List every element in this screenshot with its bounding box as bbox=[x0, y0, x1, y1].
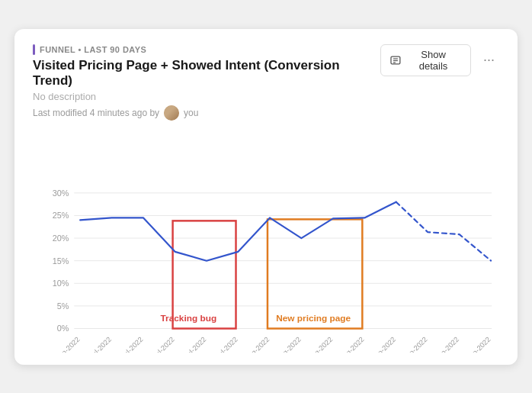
svg-text:14-Aug-2022: 14-Aug-2022 bbox=[268, 335, 302, 352]
svg-text:New pricing page: New pricing page bbox=[276, 312, 351, 323]
svg-text:10-Jul-2022: 10-Jul-2022 bbox=[112, 335, 144, 352]
chart-area: 30% 25% 20% 15% 10% 5% 0% 26-Jun-2022 3-… bbox=[33, 131, 499, 353]
details-icon bbox=[390, 55, 401, 66]
svg-text:24-Jul-2022: 24-Jul-2022 bbox=[175, 335, 207, 352]
header-actions: Show details ··· bbox=[380, 44, 499, 76]
svg-text:Tracking bug: Tracking bug bbox=[161, 312, 217, 323]
svg-text:4-Sep-2022: 4-Sep-2022 bbox=[366, 335, 398, 352]
card-title: Visited Pricing Page + Showed Intent (Co… bbox=[33, 58, 380, 89]
svg-text:10%: 10% bbox=[53, 279, 69, 288]
svg-text:15%: 15% bbox=[53, 256, 69, 265]
funnel-accent-bar bbox=[33, 44, 35, 55]
svg-text:25-Sep-2022: 25-Sep-2022 bbox=[457, 335, 492, 352]
svg-text:3-Jul-2022: 3-Jul-2022 bbox=[84, 335, 113, 352]
more-options-button[interactable]: ··· bbox=[479, 50, 499, 69]
svg-text:11-Sep-2022: 11-Sep-2022 bbox=[394, 335, 428, 352]
show-details-button[interactable]: Show details bbox=[380, 44, 471, 76]
card-description: No description bbox=[33, 91, 380, 102]
header-left: FUNNEL • LAST 90 DAYS Visited Pricing Pa… bbox=[33, 44, 380, 121]
svg-text:0%: 0% bbox=[57, 324, 69, 333]
chart-svg: 30% 25% 20% 15% 10% 5% 0% 26-Jun-2022 3-… bbox=[33, 131, 499, 353]
avatar bbox=[164, 105, 179, 121]
card: FUNNEL • LAST 90 DAYS Visited Pricing Pa… bbox=[14, 29, 518, 365]
svg-text:7-Aug-2022: 7-Aug-2022 bbox=[239, 335, 271, 352]
avatar-image bbox=[164, 105, 179, 121]
funnel-label: FUNNEL • LAST 90 DAYS bbox=[33, 44, 380, 55]
svg-text:20%: 20% bbox=[53, 234, 69, 243]
svg-text:21-Aug-2022: 21-Aug-2022 bbox=[300, 335, 334, 352]
svg-text:26-Jun-2022: 26-Jun-2022 bbox=[47, 335, 81, 352]
svg-text:30%: 30% bbox=[53, 188, 69, 197]
svg-text:18-Sep-2022: 18-Sep-2022 bbox=[426, 335, 460, 352]
card-header: FUNNEL • LAST 90 DAYS Visited Pricing Pa… bbox=[33, 44, 499, 121]
card-meta: Last modified 4 minutes ago by you bbox=[33, 105, 380, 121]
svg-text:5%: 5% bbox=[57, 301, 69, 310]
svg-text:28-Aug-2022: 28-Aug-2022 bbox=[331, 335, 365, 352]
svg-text:31-Jul-2022: 31-Jul-2022 bbox=[207, 335, 239, 352]
svg-text:17-Jul-2022: 17-Jul-2022 bbox=[144, 335, 176, 352]
svg-text:25%: 25% bbox=[53, 211, 69, 220]
